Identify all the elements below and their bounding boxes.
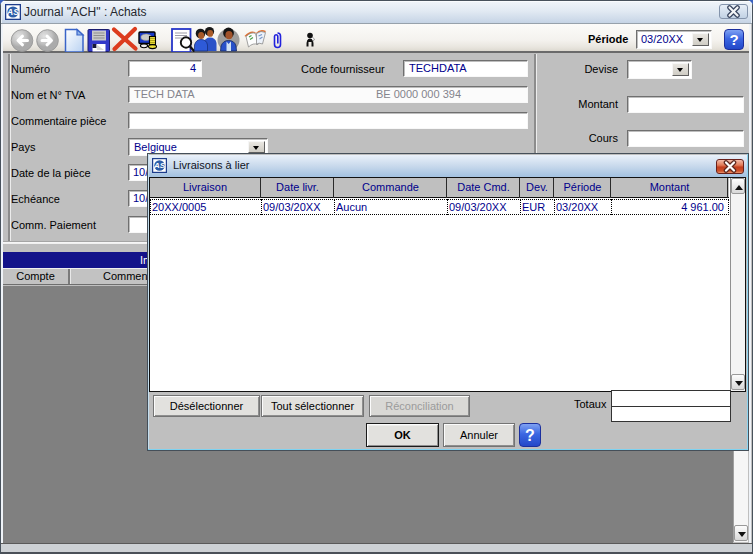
svg-text:AS: AS	[6, 7, 19, 17]
svg-text:AS: AS	[153, 161, 166, 170]
